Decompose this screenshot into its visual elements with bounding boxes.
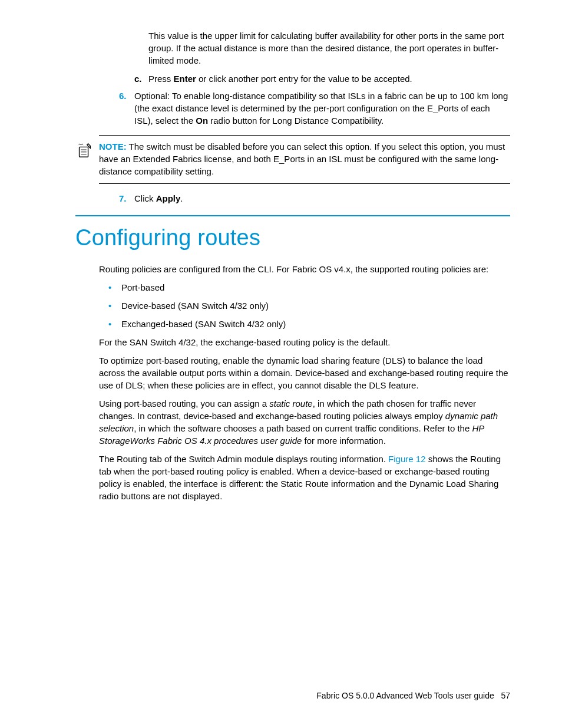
text-run: The Routing tab of the Switch Admin modu… xyxy=(99,454,388,464)
note-icon xyxy=(75,141,93,159)
bullet-item: Device-based (SAN Switch 4/32 only) xyxy=(108,299,510,312)
sub-step-list: c. Press Enter or click another port ent… xyxy=(134,73,510,85)
section-divider xyxy=(75,215,510,216)
text-run: , in which the software chooses a path b… xyxy=(134,423,472,433)
step-c-marker: c. xyxy=(134,73,142,85)
step-7-marker: 7. xyxy=(119,192,127,205)
footer-title: Fabric OS 5.0.0 Advanced Web Tools user … xyxy=(316,691,494,700)
step-c: c. Press Enter or click another port ent… xyxy=(134,73,510,85)
paragraph: The Routing tab of the Switch Admin modu… xyxy=(99,453,510,502)
page-footer: Fabric OS 5.0.0 Advanced Web Tools user … xyxy=(316,690,510,702)
italic-run: static route xyxy=(269,398,312,409)
figure-link[interactable]: Figure 12 xyxy=(388,454,425,464)
section-intro: Routing policies are configured from the… xyxy=(99,263,510,275)
text-run: Using port-based routing, you can assign… xyxy=(99,398,269,409)
intro-paragraph: This value is the upper limit for calcul… xyxy=(148,29,510,67)
note-text: The switch must be disabled before you c… xyxy=(99,141,505,176)
routing-policy-list: Port-based Device-based (SAN Switch 4/32… xyxy=(108,281,510,330)
page-number: 57 xyxy=(501,691,510,700)
step-6-marker: 6. xyxy=(119,90,127,102)
step-c-bold: Enter xyxy=(174,74,196,84)
paragraph: To optimize port-based routing, enable t… xyxy=(99,354,510,391)
numbered-steps-2: 7. Click Apply. xyxy=(119,192,510,205)
bullet-item: Exchanged-based (SAN Switch 4/32 only) xyxy=(108,318,510,330)
step-c-post: or click another port entry for the valu… xyxy=(196,74,412,84)
step-7-post: . xyxy=(180,193,183,203)
step-6: 6. Optional: To enable long-distance com… xyxy=(119,90,510,127)
note-block: NOTE: The switch must be disabled before… xyxy=(99,135,510,184)
section-heading: Configuring routes xyxy=(75,222,510,253)
step-7-pre: Click xyxy=(134,193,156,203)
numbered-steps: 6. Optional: To enable long-distance com… xyxy=(119,90,510,127)
text-run: for more information. xyxy=(302,436,386,446)
step-7: 7. Click Apply. xyxy=(119,192,510,205)
paragraph: For the SAN Switch 4/32, the exchange-ba… xyxy=(99,336,510,348)
bullet-item: Port-based xyxy=(108,281,510,294)
note-label: NOTE: xyxy=(99,141,127,151)
step-7-bold: Apply xyxy=(156,193,181,203)
step-c-pre: Press xyxy=(148,74,174,84)
step-6-bold: On xyxy=(196,116,208,126)
step-6-post: radio button for Long Distance Compatibi… xyxy=(208,116,384,126)
paragraph: Using port-based routing, you can assign… xyxy=(99,397,510,447)
